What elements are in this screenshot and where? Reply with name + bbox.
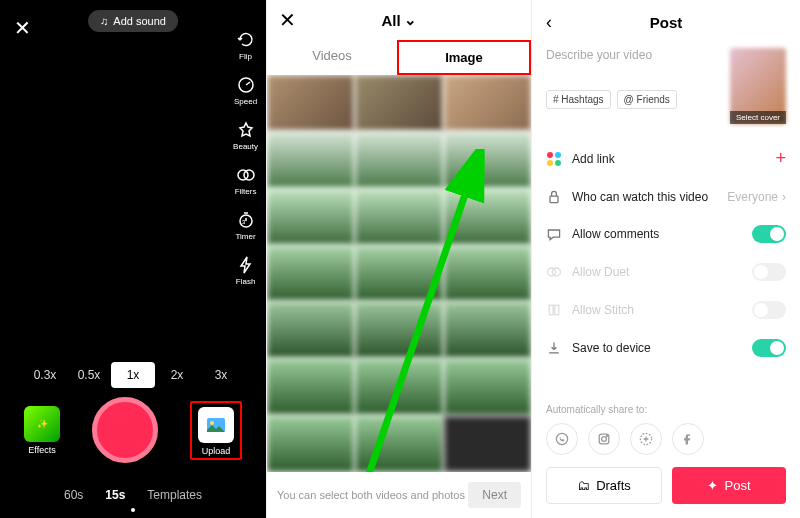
filters-tool[interactable]: Filters bbox=[235, 165, 257, 196]
comment-icon bbox=[546, 226, 562, 242]
gallery-item[interactable] bbox=[355, 189, 442, 245]
upload-button[interactable]: Upload bbox=[198, 407, 234, 456]
gallery-item[interactable] bbox=[444, 302, 531, 358]
post-screen: ‹ Post Describe your video # Hashtags @ … bbox=[532, 0, 800, 518]
beauty-tool[interactable]: Beauty bbox=[233, 120, 258, 151]
close-icon[interactable]: ✕ bbox=[14, 16, 31, 40]
instagram-icon[interactable] bbox=[588, 423, 620, 455]
whatsapp-icon[interactable] bbox=[546, 423, 578, 455]
zoom-2x[interactable]: 2x bbox=[155, 362, 199, 388]
drafts-label: Drafts bbox=[596, 478, 631, 493]
close-icon[interactable]: ✕ bbox=[279, 8, 296, 32]
gallery-header: ✕ All ⌄ bbox=[267, 0, 531, 40]
duet-row: Allow Duet bbox=[546, 253, 786, 291]
post-button[interactable]: ✦ Post bbox=[672, 467, 786, 504]
drafts-button[interactable]: 🗂 Drafts bbox=[546, 467, 662, 504]
privacy-row[interactable]: Who can watch this video Everyone › bbox=[546, 179, 786, 215]
more-share-icon[interactable] bbox=[630, 423, 662, 455]
album-label: All bbox=[381, 12, 400, 29]
facebook-icon[interactable] bbox=[672, 423, 704, 455]
svg-point-16 bbox=[607, 435, 608, 436]
zoom-0-3x[interactable]: 0.3x bbox=[23, 362, 67, 388]
privacy-value: Everyone › bbox=[727, 190, 786, 204]
gallery-item[interactable] bbox=[355, 359, 442, 415]
description-placeholder: Describe your video bbox=[546, 48, 720, 62]
gallery-item[interactable] bbox=[267, 302, 354, 358]
friends-chip[interactable]: @ Friends bbox=[617, 90, 677, 109]
speed-label: Speed bbox=[234, 97, 257, 106]
svg-point-13 bbox=[556, 433, 567, 444]
share-icons bbox=[546, 423, 786, 455]
comments-toggle[interactable] bbox=[752, 225, 786, 243]
upload-highlight: Upload bbox=[190, 401, 242, 460]
svg-rect-12 bbox=[555, 305, 559, 315]
gallery-item[interactable] bbox=[355, 246, 442, 302]
chevron-down-icon: ⌄ bbox=[404, 11, 417, 29]
beauty-label: Beauty bbox=[233, 142, 258, 151]
gallery-grid bbox=[267, 75, 531, 472]
gallery-item[interactable] bbox=[444, 75, 531, 131]
gallery-item[interactable] bbox=[267, 75, 354, 131]
gallery-item[interactable] bbox=[267, 416, 354, 472]
effects-button[interactable]: ✨ Effects bbox=[24, 406, 60, 455]
camera-bottom-row: ✨ Effects Upload bbox=[0, 397, 266, 463]
mode-60s[interactable]: 60s bbox=[64, 488, 83, 502]
filters-label: Filters bbox=[235, 187, 257, 196]
mode-15s[interactable]: 15s bbox=[105, 488, 125, 502]
comments-row[interactable]: Allow comments bbox=[546, 215, 786, 253]
zoom-0-5x[interactable]: 0.5x bbox=[67, 362, 111, 388]
save-toggle[interactable] bbox=[752, 339, 786, 357]
gallery-item[interactable] bbox=[267, 246, 354, 302]
description-chips: # Hashtags @ Friends bbox=[546, 90, 720, 109]
gallery-item[interactable] bbox=[444, 189, 531, 245]
flip-tool[interactable]: Flip bbox=[236, 30, 256, 61]
gallery-item[interactable] bbox=[444, 132, 531, 188]
gallery-item[interactable] bbox=[267, 359, 354, 415]
flash-tool[interactable]: Flash bbox=[236, 255, 256, 286]
drafts-icon: 🗂 bbox=[577, 478, 590, 493]
beauty-icon bbox=[236, 120, 256, 140]
album-selector[interactable]: All ⌄ bbox=[381, 11, 416, 29]
gallery-item[interactable] bbox=[444, 246, 531, 302]
gallery-item[interactable] bbox=[267, 132, 354, 188]
timer-tool[interactable]: 3 Timer bbox=[235, 210, 255, 241]
mode-templates[interactable]: Templates bbox=[147, 488, 202, 502]
tab-videos[interactable]: Videos bbox=[267, 40, 397, 75]
add-link-row[interactable]: Add link + bbox=[546, 138, 786, 179]
page-title: Post bbox=[650, 14, 683, 31]
gallery-item[interactable] bbox=[267, 189, 354, 245]
save-device-row[interactable]: Save to device bbox=[546, 329, 786, 367]
svg-rect-8 bbox=[550, 196, 558, 202]
record-button[interactable] bbox=[92, 397, 158, 463]
speed-icon bbox=[236, 75, 256, 95]
description-box[interactable]: Describe your video # Hashtags @ Friends bbox=[546, 48, 720, 124]
link-color-icon bbox=[546, 151, 562, 167]
comments-label: Allow comments bbox=[572, 227, 659, 241]
add-link-label: Add link bbox=[572, 152, 615, 166]
cover-thumbnail[interactable]: Select cover bbox=[730, 48, 786, 124]
plus-icon: + bbox=[775, 148, 786, 169]
hashtags-chip[interactable]: # Hashtags bbox=[546, 90, 611, 109]
description-row: Describe your video # Hashtags @ Friends… bbox=[546, 48, 786, 124]
gallery-item[interactable] bbox=[355, 75, 442, 131]
back-icon[interactable]: ‹ bbox=[546, 12, 552, 33]
tab-image[interactable]: Image bbox=[397, 40, 531, 75]
download-icon bbox=[546, 340, 562, 356]
mode-indicator-dot bbox=[131, 508, 135, 512]
gallery-hint: You can select both videos and photos bbox=[277, 489, 465, 501]
svg-point-6 bbox=[210, 421, 214, 425]
add-sound-button[interactable]: ♫ Add sound bbox=[88, 10, 178, 32]
lock-icon bbox=[546, 189, 562, 205]
gallery-item[interactable] bbox=[355, 302, 442, 358]
post-options: Add link + Who can watch this video Ever… bbox=[546, 138, 786, 367]
speed-tool[interactable]: Speed bbox=[234, 75, 257, 106]
svg-point-15 bbox=[602, 437, 607, 442]
zoom-1x[interactable]: 1x bbox=[111, 362, 155, 388]
zoom-3x[interactable]: 3x bbox=[199, 362, 243, 388]
gallery-item[interactable] bbox=[444, 359, 531, 415]
duet-label: Allow Duet bbox=[572, 265, 629, 279]
gallery-item[interactable] bbox=[355, 132, 442, 188]
gallery-item[interactable] bbox=[355, 416, 442, 472]
gallery-item[interactable] bbox=[444, 416, 531, 472]
next-button[interactable]: Next bbox=[468, 482, 521, 508]
